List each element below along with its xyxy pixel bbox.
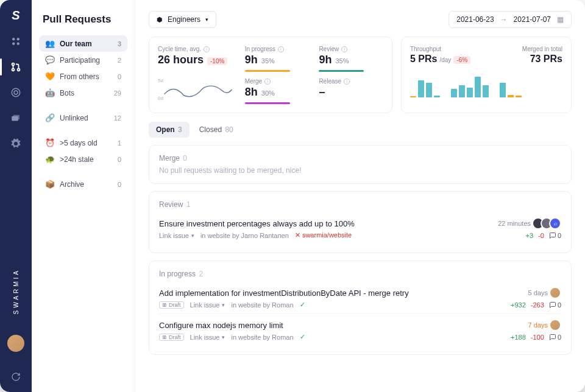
comments: 0 bbox=[549, 301, 561, 309]
nav-rail: S SWARMIA bbox=[0, 0, 32, 392]
nav-folders-icon[interactable] bbox=[9, 111, 23, 125]
sidebar-item--5-days-old[interactable]: ⏰>5 days old1 bbox=[39, 135, 127, 151]
svg-rect-10 bbox=[13, 115, 20, 120]
sidebar-emoji: 🤖 bbox=[45, 88, 55, 97]
sidebar-item-from-others[interactable]: 🧡From others0 bbox=[39, 68, 127, 85]
merge-pct: 30% bbox=[261, 89, 275, 97]
info-icon[interactable]: i bbox=[344, 79, 350, 85]
nav-home-icon[interactable] bbox=[9, 35, 23, 48]
review-pct: 35% bbox=[335, 57, 349, 65]
pr-avatars bbox=[553, 287, 561, 299]
nav-pull-requests-icon[interactable] bbox=[9, 60, 23, 74]
svg-point-5 bbox=[12, 69, 15, 71]
comments: 0 bbox=[549, 334, 561, 341]
sidebar-item--24h-stale[interactable]: 🐢>24h stale0 bbox=[39, 151, 127, 167]
sidebar-label: Archive bbox=[60, 180, 84, 189]
search-icon: ⌕ bbox=[549, 217, 561, 229]
sidebar-emoji: 🧡 bbox=[45, 72, 55, 81]
sidebar-item-participating[interactable]: 💬Participating2 bbox=[39, 52, 127, 68]
merge-empty: No pull requests waiting to be merged, n… bbox=[159, 166, 561, 175]
deletions: -263 bbox=[531, 301, 544, 309]
additions: +932 bbox=[511, 301, 526, 309]
info-icon[interactable]: i bbox=[278, 46, 284, 52]
user-avatar[interactable] bbox=[7, 335, 24, 352]
nav-settings-icon[interactable] bbox=[9, 137, 23, 150]
comments: 0 bbox=[549, 232, 561, 239]
pr-title: Add implementation for investmentDistrib… bbox=[159, 289, 528, 298]
sidebar-emoji: 🔗 bbox=[45, 113, 55, 122]
section-review: Review 1 Ensure investment percentages a… bbox=[149, 191, 572, 253]
sidebar-item-our-team[interactable]: 👥Our team3 bbox=[39, 35, 127, 52]
pr-item[interactable]: Configure max nodejs memory limit 7 days… bbox=[159, 313, 561, 346]
sidebar-label: Participating bbox=[60, 56, 100, 65]
inprogress-pct: 35% bbox=[261, 57, 275, 65]
svg-point-6 bbox=[18, 69, 20, 71]
sidebar-item-bots[interactable]: 🤖Bots29 bbox=[39, 85, 127, 101]
pr-repo: in website by Roman bbox=[231, 334, 293, 341]
pr-avatars: ⌕ bbox=[536, 217, 561, 229]
pr-repo: in website by Roman bbox=[231, 301, 293, 309]
chevron-down-icon: ▾ bbox=[222, 334, 225, 340]
sidebar-label: Bots bbox=[60, 89, 74, 97]
sidebar-label: From others bbox=[60, 72, 99, 81]
svg-point-2 bbox=[12, 43, 15, 46]
sidebar-count: 2 bbox=[118, 57, 121, 64]
page-title: Pull Requests bbox=[39, 13, 127, 26]
section-in-progress: In progress 2 Add implementation for inv… bbox=[149, 261, 572, 355]
throughput-bars bbox=[410, 71, 562, 97]
pr-age: 5 days bbox=[528, 289, 548, 296]
sidebar-emoji: 📦 bbox=[45, 180, 55, 189]
sidebar: Pull Requests 👥Our team3💬Participating2🧡… bbox=[32, 0, 135, 392]
release-label: Release bbox=[319, 78, 341, 85]
sidebar-count: 0 bbox=[118, 181, 121, 188]
svg-point-4 bbox=[12, 63, 15, 66]
sidebar-count: 3 bbox=[118, 40, 121, 47]
sidebar-count: 12 bbox=[114, 114, 121, 122]
link-issue-button[interactable]: Link issue ▾ bbox=[190, 301, 225, 309]
date-to: 2021-07-07 bbox=[514, 15, 551, 24]
merge-value: 8h bbox=[245, 86, 258, 99]
date-range-picker[interactable]: 2021-06-23 → 2021-07-07 ▦ bbox=[448, 11, 572, 28]
merged-value: 73 PRs bbox=[530, 54, 562, 65]
link-issue-button[interactable]: Link issue ▾ bbox=[190, 334, 225, 341]
tab-closed[interactable]: Closed 80 bbox=[192, 122, 241, 138]
sync-icon[interactable] bbox=[9, 370, 23, 383]
cycle-time-card: Cycle time, avg.i 26 hours-10% In progre… bbox=[149, 37, 392, 113]
date-from: 2021-06-23 bbox=[456, 15, 494, 24]
review-value: 9h bbox=[319, 54, 332, 66]
sidebar-label: Our team bbox=[60, 40, 92, 48]
cycle-sparkline: 5d 0d bbox=[158, 78, 235, 101]
link-issue-button[interactable]: Link issue ▾ bbox=[159, 232, 194, 239]
pr-avatars bbox=[553, 319, 561, 331]
svg-point-1 bbox=[17, 38, 20, 41]
team-dropdown[interactable]: ⬢ Engineers ▾ bbox=[149, 11, 216, 28]
sidebar-emoji: 🐢 bbox=[45, 155, 55, 164]
throughput-unit: /day bbox=[439, 57, 451, 63]
cycle-label: Cycle time, avg. bbox=[158, 46, 201, 52]
pr-item[interactable]: Add implementation for investmentDistrib… bbox=[159, 282, 561, 313]
nav-target-icon[interactable] bbox=[9, 86, 23, 99]
logo[interactable]: S bbox=[12, 9, 20, 23]
info-icon[interactable]: i bbox=[204, 46, 210, 52]
inprogress-label: In progress bbox=[245, 46, 275, 52]
pr-item[interactable]: Ensure investment percentages always add… bbox=[159, 212, 561, 244]
file-icon: 🗎 bbox=[162, 302, 168, 308]
deletions: -100 bbox=[531, 334, 544, 341]
throughput-card: Throughput 5 PRs/day-6% Merged in total … bbox=[401, 37, 572, 113]
svg-point-0 bbox=[12, 38, 15, 41]
info-icon[interactable]: i bbox=[264, 79, 271, 85]
inprogress-value: 9h bbox=[245, 54, 258, 66]
sidebar-item-unlinked[interactable]: 🔗Unlinked12 bbox=[39, 110, 127, 126]
pr-age: 22 minutes bbox=[498, 220, 531, 227]
pr-age: 7 days bbox=[528, 321, 548, 329]
pr-title: Configure max nodejs memory limit bbox=[159, 321, 528, 330]
file-icon: 🗎 bbox=[162, 334, 168, 340]
tab-open[interactable]: Open 3 bbox=[149, 122, 190, 138]
info-icon[interactable]: i bbox=[341, 46, 347, 52]
draft-badge: 🗎Draft bbox=[159, 334, 184, 341]
sidebar-label: >24h stale bbox=[60, 155, 94, 164]
additions: +3 bbox=[526, 232, 534, 239]
svg-point-8 bbox=[14, 91, 18, 94]
chevron-down-icon: ▾ bbox=[205, 16, 208, 23]
sidebar-item-archive[interactable]: 📦Archive0 bbox=[39, 176, 127, 192]
